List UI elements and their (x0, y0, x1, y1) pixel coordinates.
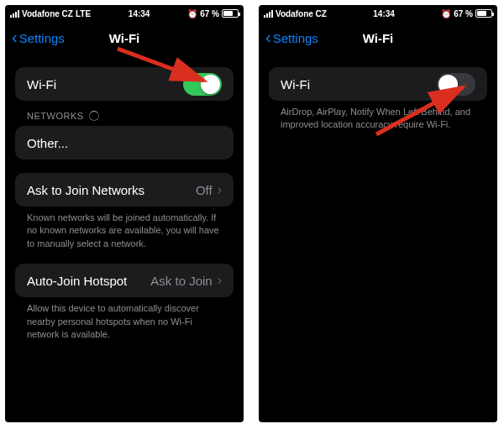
chevron-right-icon: › (218, 273, 222, 288)
back-label: Settings (19, 31, 65, 45)
wifi-toggle-row[interactable]: Wi-Fi (15, 67, 234, 101)
battery-icon (475, 9, 492, 18)
other-network-row[interactable]: Other... (15, 126, 234, 160)
nav-bar: ‹ Settings Wi-Fi (5, 22, 244, 54)
chevron-right-icon: › (218, 182, 222, 197)
wifi-off-footer: AirDrop, AirPlay, Notify When Left Behin… (269, 101, 487, 132)
ask-to-join-row[interactable]: Ask to Join Networks Off › (15, 173, 234, 207)
carrier-label: Vodafone CZ (22, 9, 73, 18)
alarm-icon: ⏰ (441, 9, 451, 18)
auto-join-label: Auto-Join Hotspot (27, 274, 127, 288)
toggle-knob (438, 75, 458, 94)
toggle-knob (201, 75, 220, 94)
ask-to-join-value: Off (196, 183, 213, 197)
content-area: Wi-Fi AirDrop, AirPlay, Notify When Left… (259, 54, 497, 422)
status-bar: Vodafone CZ LTE 14:34 ⏰ 67 % (5, 5, 244, 22)
screenshot-left: Vodafone CZ LTE 14:34 ⏰ 67 % ‹ Settings … (5, 5, 244, 422)
battery-percent: 67 % (200, 9, 219, 18)
other-label: Other... (27, 136, 68, 150)
status-left: Vodafone CZ (264, 9, 327, 18)
status-left: Vodafone CZ LTE (10, 9, 91, 18)
wifi-toggle-switch[interactable] (437, 73, 475, 96)
battery-percent: 67 % (454, 9, 473, 18)
spinner-icon (89, 111, 99, 121)
clock: 14:34 (129, 9, 150, 18)
auto-join-hotspot-row[interactable]: Auto-Join Hotspot Ask to Join › (15, 264, 234, 297)
wifi-toggle-switch[interactable] (183, 73, 222, 96)
carrier-label: Vodafone CZ (276, 9, 327, 18)
content-area: Wi-Fi NETWORKS Other... Ask to Join Netw… (5, 54, 244, 422)
back-button[interactable]: ‹ Settings (12, 30, 65, 45)
signal-icon (10, 10, 19, 18)
signal-icon (264, 10, 273, 18)
wifi-label: Wi-Fi (27, 77, 56, 92)
networks-header-text: NETWORKS (27, 111, 84, 121)
auto-join-value: Ask to Join (150, 274, 212, 288)
networks-header: NETWORKS (15, 101, 234, 126)
network-label: LTE (76, 9, 91, 18)
status-right: ⏰ 67 % (187, 9, 239, 18)
chevron-left-icon: ‹ (12, 29, 18, 45)
back-button[interactable]: ‹ Settings (265, 30, 318, 45)
status-bar: Vodafone CZ 14:34 ⏰ 67 % (259, 5, 497, 22)
clock: 14:34 (373, 9, 395, 18)
back-label: Settings (273, 31, 318, 45)
alarm-icon: ⏰ (187, 9, 197, 18)
screenshot-right: Vodafone CZ 14:34 ⏰ 67 % ‹ Settings Wi-F… (259, 5, 497, 422)
ask-to-join-footer: Known networks will be joined automatica… (15, 207, 234, 250)
chevron-left-icon: ‹ (265, 29, 271, 45)
auto-join-footer: Allow this device to automatically disco… (15, 297, 234, 341)
nav-bar: ‹ Settings Wi-Fi (259, 22, 497, 54)
wifi-label: Wi-Fi (281, 77, 310, 92)
wifi-toggle-row[interactable]: Wi-Fi (269, 67, 487, 101)
ask-to-join-label: Ask to Join Networks (27, 183, 144, 197)
battery-icon (222, 9, 239, 18)
status-right: ⏰ 67 % (441, 9, 492, 18)
